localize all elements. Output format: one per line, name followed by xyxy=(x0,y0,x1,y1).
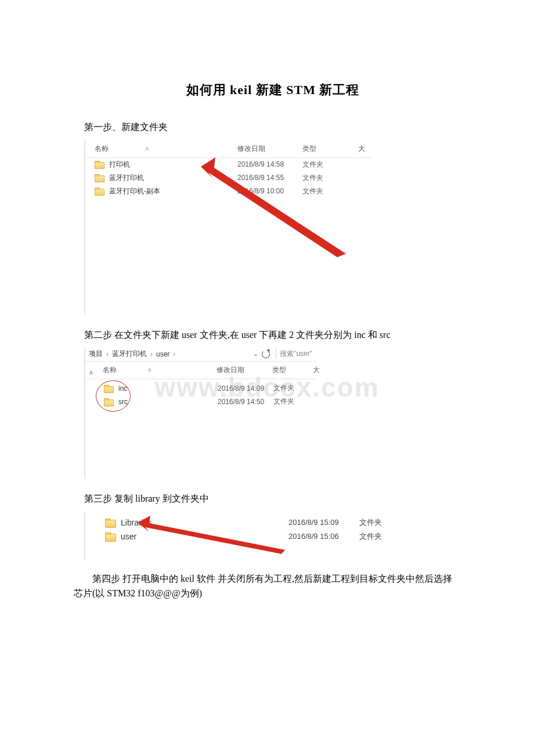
folder-icon xyxy=(95,174,103,181)
file-date: 2016/8/9 15:06 xyxy=(288,532,359,541)
step-3-text: 第三步 复制 library 到文件夹中 xyxy=(84,491,461,506)
collapse-caret-icon[interactable]: ∧ xyxy=(89,369,93,376)
chevron-right-icon: › xyxy=(173,350,175,358)
refresh-icon[interactable] xyxy=(262,350,270,358)
explorer-panel-2: 项目 › 蓝牙打印机 › user › ⌄ 搜索"user" ∧ 名称 ∧ 修改… xyxy=(84,348,316,478)
file-type: 文件夹 xyxy=(302,173,358,183)
folder-icon xyxy=(105,532,115,541)
col-header-name[interactable]: 名称 ∧ xyxy=(95,144,237,154)
col-header-date[interactable]: 修改日期 xyxy=(217,365,272,375)
file-date: 2016/8/9 14:55 xyxy=(237,174,302,182)
file-row[interactable]: src 2016/8/9 14:50 文件夹 xyxy=(93,395,316,408)
column-headers: 名称 ∧ 修改日期 类型 大 xyxy=(85,141,372,158)
file-name: 打印机 xyxy=(109,160,130,170)
col-header-name-label: 名称 xyxy=(95,145,109,153)
chevron-right-icon: › xyxy=(106,350,109,358)
breadcrumb-item[interactable]: 蓝牙打印机 xyxy=(112,349,147,359)
file-row[interactable]: Libraries 2016/8/9 15:09 文件夹 xyxy=(85,516,398,530)
file-date: 2016/8/9 10:00 xyxy=(237,187,302,195)
file-row[interactable]: inc 2016/8/9 14:09 文件夹 xyxy=(93,381,316,395)
doc-title: 如何用 keil 新建 STM 新工程 xyxy=(84,81,461,99)
title-text-3: 新工程 xyxy=(319,82,359,97)
file-row[interactable]: 打印机 2016/8/9 14:58 文件夹 xyxy=(85,158,372,171)
title-keyword-stm: STM xyxy=(286,82,319,97)
file-type: 文件夹 xyxy=(273,383,314,393)
file-name: 蓝牙打印机 xyxy=(109,173,144,183)
step-4-text: 第四步 打开电脑中的 keil 软件 并关闭所有为工程,然后新建工程到目标文件夹… xyxy=(74,571,461,601)
file-date: 2016/8/9 15:09 xyxy=(288,518,359,527)
file-type: 文件夹 xyxy=(273,397,314,406)
title-text-1: 如何用 xyxy=(186,82,230,97)
file-name: user xyxy=(121,532,136,541)
folder-icon xyxy=(104,385,113,392)
explorer-panel-3: Libraries 2016/8/9 15:09 文件夹 user 2016/8… xyxy=(84,512,398,560)
file-date: 2016/8/9 14:50 xyxy=(218,398,273,406)
file-type: 文件夹 xyxy=(302,186,358,196)
file-type: 文件夹 xyxy=(359,517,394,528)
col-header-date[interactable]: 修改日期 xyxy=(237,144,302,154)
sort-caret-icon: ∧ xyxy=(147,366,151,373)
breadcrumb-bar: 项目 › 蓝牙打印机 › user › ⌄ 搜索"user" xyxy=(85,348,316,361)
step-1-text: 第一步、新建文件夹 xyxy=(84,120,461,135)
chevron-right-icon: › xyxy=(150,350,153,358)
sort-caret-icon: ∧ xyxy=(145,145,149,152)
col-header-type[interactable]: 类型 xyxy=(302,144,358,154)
search-input[interactable]: 搜索"user" xyxy=(276,349,312,359)
file-name: 蓝牙打印机-副本 xyxy=(109,186,160,196)
file-date: 2016/8/9 14:58 xyxy=(237,160,302,168)
col-header-name[interactable]: 名称 ∧ xyxy=(103,365,217,375)
step-2-text: 第二步 在文件夹下新建 user 文件夹,在 user 下再建 2 文件夹分别为… xyxy=(84,327,461,343)
folder-icon xyxy=(95,188,103,195)
dropdown-caret-icon[interactable]: ⌄ xyxy=(253,350,258,358)
breadcrumb-item[interactable]: 项目 xyxy=(89,349,103,359)
file-row[interactable]: 蓝牙打印机-副本 2016/8/9 10:00 文件夹 xyxy=(85,185,372,198)
column-headers: 名称 ∧ 修改日期 类型 大 xyxy=(85,362,316,379)
folder-icon xyxy=(95,161,103,168)
folder-icon xyxy=(104,398,113,405)
title-text-2: 新建 xyxy=(256,82,287,97)
file-row[interactable]: 蓝牙打印机 2016/8/9 14:55 文件夹 xyxy=(85,171,372,185)
title-keyword-keil: keil xyxy=(230,82,256,97)
explorer-panel-1: 名称 ∧ 修改日期 类型 大 打印机 2016/8/9 14:58 文件夹 蓝牙… xyxy=(84,141,372,315)
col-header-name-label: 名称 xyxy=(103,366,117,374)
col-header-size[interactable]: 大 xyxy=(358,144,370,154)
col-header-size[interactable]: 大 xyxy=(313,365,323,375)
folder-icon xyxy=(105,519,115,527)
file-type: 文件夹 xyxy=(359,531,394,542)
file-name: src xyxy=(118,398,128,406)
file-name: inc xyxy=(118,384,127,393)
file-row[interactable]: user 2016/8/9 15:06 文件夹 xyxy=(85,530,398,543)
col-header-type[interactable]: 类型 xyxy=(272,365,313,375)
file-name: Libraries xyxy=(121,518,152,527)
file-type: 文件夹 xyxy=(302,160,358,170)
breadcrumb-item[interactable]: user xyxy=(156,350,169,358)
file-date: 2016/8/9 14:09 xyxy=(218,384,273,393)
